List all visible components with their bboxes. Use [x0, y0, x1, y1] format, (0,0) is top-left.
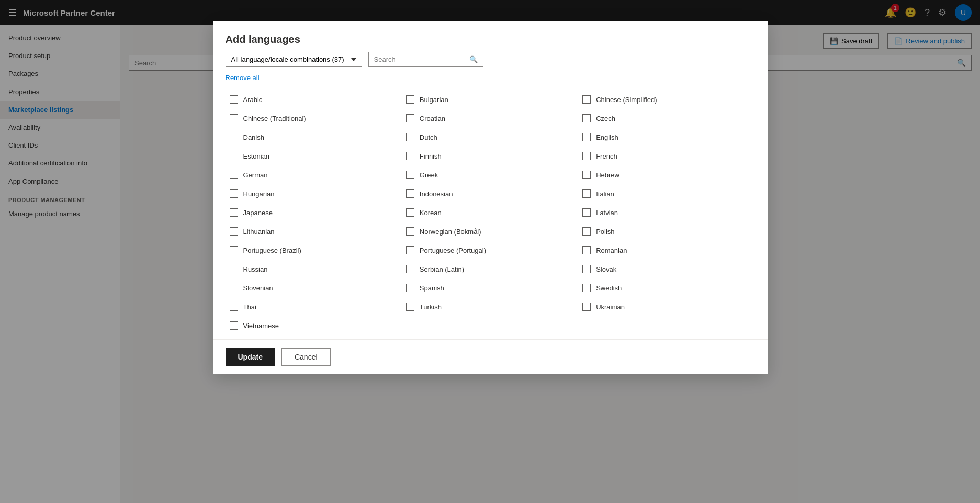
lang-checkbox[interactable] — [582, 227, 591, 236]
lang-label: Ukrainian — [596, 303, 625, 311]
lang-checkbox[interactable] — [230, 284, 238, 292]
lang-checkbox[interactable] — [230, 152, 238, 160]
lang-item[interactable]: Swedish — [578, 278, 754, 297]
lang-item[interactable]: Dutch — [402, 128, 578, 147]
lang-item[interactable]: Croatian — [402, 109, 578, 128]
lang-label: Finnish — [420, 152, 442, 160]
lang-checkbox[interactable] — [230, 246, 238, 254]
lang-checkbox[interactable] — [406, 284, 414, 292]
lang-item[interactable]: German — [226, 165, 402, 184]
lang-item[interactable]: Vietnamese — [226, 316, 402, 335]
modal-title: Add languages — [213, 21, 768, 52]
lang-checkbox[interactable] — [406, 114, 414, 122]
add-languages-modal: Add languages All language/locale combin… — [213, 21, 768, 374]
lang-label: Japanese — [243, 209, 273, 217]
lang-item[interactable]: Finnish — [402, 147, 578, 165]
lang-item[interactable]: Japanese — [226, 203, 402, 222]
lang-checkbox[interactable] — [230, 303, 238, 311]
lang-checkbox[interactable] — [582, 246, 591, 254]
lang-item[interactable]: Romanian — [578, 241, 754, 260]
lang-label: Bulgarian — [420, 96, 448, 104]
lang-label: Chinese (Simplified) — [596, 96, 657, 104]
lang-checkbox[interactable] — [406, 246, 414, 254]
lang-checkbox[interactable] — [230, 133, 238, 141]
lang-label: Estonian — [243, 152, 270, 160]
lang-item[interactable]: Italian — [578, 184, 754, 203]
lang-checkbox[interactable] — [582, 95, 591, 104]
lang-checkbox[interactable] — [582, 303, 591, 311]
lang-item[interactable]: Thai — [226, 297, 402, 316]
language-filter-dropdown[interactable]: All language/locale combinations (37) — [226, 52, 362, 67]
modal-footer: Update Cancel — [213, 339, 768, 374]
cancel-button[interactable]: Cancel — [281, 348, 331, 366]
lang-checkbox[interactable] — [406, 95, 414, 104]
lang-checkbox[interactable] — [230, 321, 238, 330]
lang-item[interactable]: Bulgarian — [402, 90, 578, 109]
modal-search-input[interactable] — [374, 55, 466, 63]
lang-checkbox[interactable] — [582, 208, 591, 217]
lang-item[interactable]: Czech — [578, 109, 754, 128]
lang-label: Thai — [243, 303, 256, 311]
lang-item[interactable]: Hungarian — [226, 184, 402, 203]
lang-checkbox[interactable] — [406, 303, 414, 311]
lang-checkbox[interactable] — [230, 171, 238, 179]
lang-checkbox[interactable] — [406, 227, 414, 236]
modal-search-icon: 🔍 — [469, 55, 478, 63]
lang-checkbox[interactable] — [230, 208, 238, 217]
lang-item[interactable]: Chinese (Traditional) — [226, 109, 402, 128]
lang-checkbox[interactable] — [230, 95, 238, 104]
lang-item[interactable]: Turkish — [402, 297, 578, 316]
lang-checkbox[interactable] — [230, 189, 238, 198]
remove-all-link[interactable]: Remove all — [226, 74, 260, 82]
lang-label: Dutch — [420, 133, 437, 141]
lang-item[interactable]: Ukrainian — [578, 297, 754, 316]
lang-checkbox[interactable] — [406, 265, 414, 273]
lang-checkbox[interactable] — [582, 114, 591, 122]
lang-checkbox[interactable] — [582, 133, 591, 141]
lang-checkbox[interactable] — [582, 284, 591, 292]
lang-item[interactable]: English — [578, 128, 754, 147]
lang-item[interactable]: Estonian — [226, 147, 402, 165]
lang-checkbox[interactable] — [406, 133, 414, 141]
lang-checkbox[interactable] — [406, 171, 414, 179]
lang-item[interactable]: Portuguese (Brazil) — [226, 241, 402, 260]
lang-item[interactable]: Chinese (Simplified) — [578, 90, 754, 109]
lang-checkbox[interactable] — [582, 189, 591, 198]
lang-label: Chinese (Traditional) — [243, 115, 306, 122]
lang-checkbox[interactable] — [406, 152, 414, 160]
lang-label: Greek — [420, 171, 438, 179]
lang-item[interactable]: Arabic — [226, 90, 402, 109]
lang-checkbox[interactable] — [406, 208, 414, 217]
lang-checkbox[interactable] — [230, 114, 238, 122]
modal-overlay: Add languages All language/locale combin… — [0, 0, 980, 503]
lang-item[interactable]: Norwegian (Bokmål) — [402, 222, 578, 241]
lang-item[interactable]: Korean — [402, 203, 578, 222]
lang-item[interactable]: Slovak — [578, 260, 754, 278]
lang-item[interactable]: Hebrew — [578, 165, 754, 184]
lang-checkbox[interactable] — [582, 152, 591, 160]
lang-checkbox[interactable] — [582, 171, 591, 179]
lang-item[interactable]: Latvian — [578, 203, 754, 222]
lang-item[interactable]: Spanish — [402, 278, 578, 297]
lang-label: Latvian — [596, 209, 618, 217]
update-button[interactable]: Update — [226, 348, 275, 366]
lang-checkbox[interactable] — [582, 265, 591, 273]
lang-item[interactable]: Slovenian — [226, 278, 402, 297]
lang-item[interactable]: Danish — [226, 128, 402, 147]
lang-checkbox[interactable] — [406, 189, 414, 198]
lang-item[interactable]: Russian — [226, 260, 402, 278]
lang-checkbox[interactable] — [230, 265, 238, 273]
lang-item[interactable]: Portuguese (Portugal) — [402, 241, 578, 260]
lang-item[interactable]: Indonesian — [402, 184, 578, 203]
lang-item[interactable]: Serbian (Latin) — [402, 260, 578, 278]
lang-item[interactable]: French — [578, 147, 754, 165]
lang-label: Indonesian — [420, 190, 453, 198]
language-grid: ArabicBulgarianChinese (Simplified)Chine… — [226, 90, 755, 335]
lang-label: Danish — [243, 133, 264, 141]
lang-label: Serbian (Latin) — [420, 265, 464, 273]
lang-item[interactable]: Greek — [402, 165, 578, 184]
lang-item[interactable]: Lithuanian — [226, 222, 402, 241]
lang-item[interactable]: Polish — [578, 222, 754, 241]
lang-checkbox[interactable] — [230, 227, 238, 236]
modal-body: ArabicBulgarianChinese (Simplified)Chine… — [213, 86, 768, 339]
